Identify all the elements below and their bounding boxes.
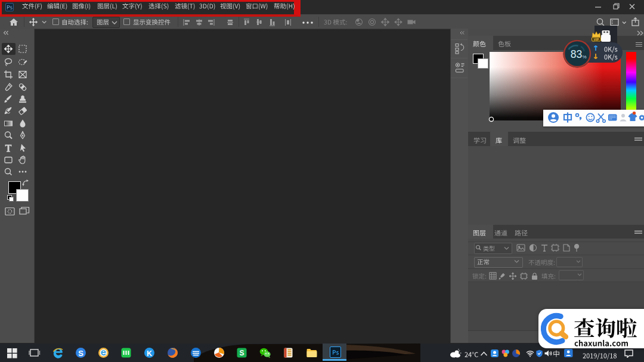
svg-text:VIP: VIP — [594, 38, 599, 41]
svg-text:S: S — [78, 349, 83, 358]
svg-text:S: S — [239, 349, 244, 357]
svg-text:K: K — [147, 349, 152, 358]
svg-text:83: 83 — [571, 48, 582, 60]
svg-text:%: % — [583, 54, 587, 60]
